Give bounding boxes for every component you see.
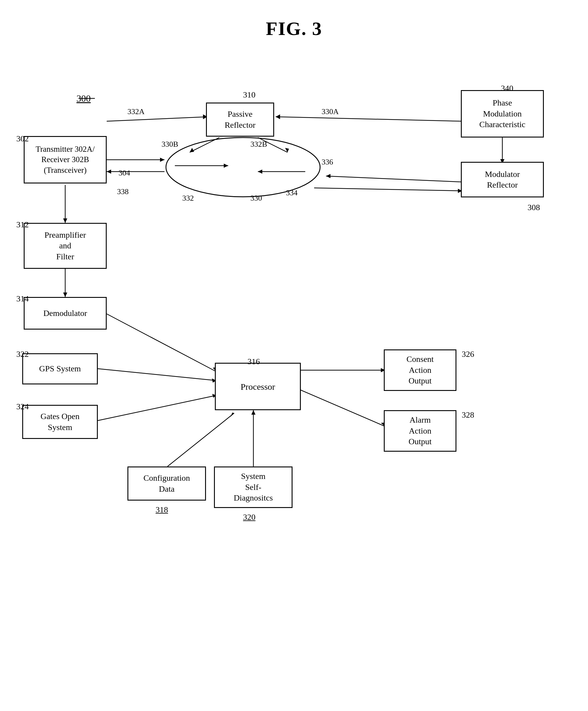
label-326: 326 bbox=[462, 349, 474, 359]
svg-marker-22 bbox=[63, 218, 67, 223]
label-300: 300 bbox=[77, 93, 91, 104]
svg-line-3 bbox=[276, 117, 462, 121]
svg-line-5 bbox=[190, 137, 219, 152]
label-332: 332 bbox=[182, 194, 194, 203]
label-302: 302 bbox=[16, 134, 29, 144]
label-330A: 330A bbox=[322, 107, 339, 116]
label-330: 330 bbox=[251, 194, 262, 203]
svg-line-29 bbox=[98, 395, 216, 421]
label-332A: 332A bbox=[127, 107, 145, 116]
processor-label: Processor bbox=[241, 381, 275, 392]
label-332B: 332B bbox=[251, 140, 267, 149]
svg-line-35 bbox=[168, 413, 234, 467]
system-self-label: System Self- Diagnositcs bbox=[234, 471, 273, 503]
alarm-action-label: Alarm Action Output bbox=[409, 415, 432, 447]
label-320: 320 bbox=[243, 513, 256, 522]
transmitter-box: Transmitter 302A/ Receiver 302B (Transce… bbox=[24, 136, 107, 184]
modulator-reflector-box: Modulator Reflector bbox=[461, 162, 544, 197]
preamplifier-box: Preamplifier and Filter bbox=[24, 223, 107, 269]
svg-marker-36 bbox=[231, 413, 234, 417]
demodulator-box: Demodulator bbox=[24, 297, 107, 329]
label-318: 318 bbox=[156, 505, 168, 515]
svg-line-27 bbox=[98, 369, 216, 381]
label-336: 336 bbox=[322, 158, 333, 167]
label-304: 304 bbox=[118, 169, 130, 177]
label-324: 324 bbox=[16, 402, 29, 411]
label-312: 312 bbox=[16, 220, 29, 230]
svg-marker-20 bbox=[107, 170, 111, 174]
gps-system-box: GPS System bbox=[22, 353, 98, 384]
svg-marker-14 bbox=[326, 174, 330, 178]
label-334: 334 bbox=[286, 189, 298, 197]
svg-marker-12 bbox=[258, 170, 262, 174]
label-338: 338 bbox=[117, 187, 129, 196]
config-data-box: Configuration Data bbox=[127, 467, 206, 500]
svg-line-1 bbox=[107, 117, 208, 121]
label-316: 316 bbox=[247, 357, 260, 366]
consent-action-box: Consent Action Output bbox=[384, 349, 456, 391]
modulator-reflector-label: Modulator Reflector bbox=[485, 169, 520, 191]
label-328: 328 bbox=[462, 410, 474, 420]
passive-reflector-box: Passive Reflector bbox=[206, 103, 274, 137]
processor-box: Processor bbox=[215, 363, 301, 410]
gates-open-box: Gates Open System bbox=[22, 405, 98, 439]
consent-action-label: Consent Action Output bbox=[407, 354, 434, 386]
svg-marker-24 bbox=[63, 293, 67, 297]
gps-system-label: GPS System bbox=[39, 363, 81, 374]
svg-line-15 bbox=[314, 188, 462, 191]
phase-mod-label: Phase Modulation Characteristic bbox=[479, 98, 525, 130]
svg-line-33 bbox=[299, 389, 385, 427]
page-title: FIG. 3 bbox=[0, 0, 588, 51]
gates-open-label: Gates Open System bbox=[41, 411, 80, 433]
svg-marker-4 bbox=[276, 114, 280, 119]
label-330B: 330B bbox=[161, 140, 178, 149]
svg-line-13 bbox=[326, 176, 462, 182]
svg-point-0 bbox=[166, 137, 320, 197]
svg-marker-38 bbox=[251, 410, 256, 415]
label-340: 340 bbox=[501, 84, 513, 93]
system-self-box: System Self- Diagnositcs bbox=[214, 467, 292, 508]
config-data-label: Configuration Data bbox=[144, 473, 190, 494]
svg-line-25 bbox=[107, 314, 216, 372]
diagram-container: Transmitter 302A/ Receiver 302B (Transce… bbox=[0, 51, 588, 704]
phase-mod-box: Phase Modulation Characteristic bbox=[461, 90, 544, 137]
passive-reflector-label: Passive Reflector bbox=[225, 109, 256, 130]
label-308: 308 bbox=[527, 203, 540, 212]
demodulator-label: Demodulator bbox=[43, 308, 87, 319]
alarm-action-box: Alarm Action Output bbox=[384, 410, 456, 452]
svg-marker-10 bbox=[224, 164, 228, 168]
transmitter-label: Transmitter 302A/ Receiver 302B (Transce… bbox=[36, 144, 94, 175]
label-314: 314 bbox=[16, 294, 29, 303]
preamplifier-label: Preamplifier and Filter bbox=[44, 230, 86, 262]
label-322: 322 bbox=[16, 349, 29, 359]
label-310: 310 bbox=[243, 90, 256, 100]
svg-marker-18 bbox=[160, 158, 165, 162]
